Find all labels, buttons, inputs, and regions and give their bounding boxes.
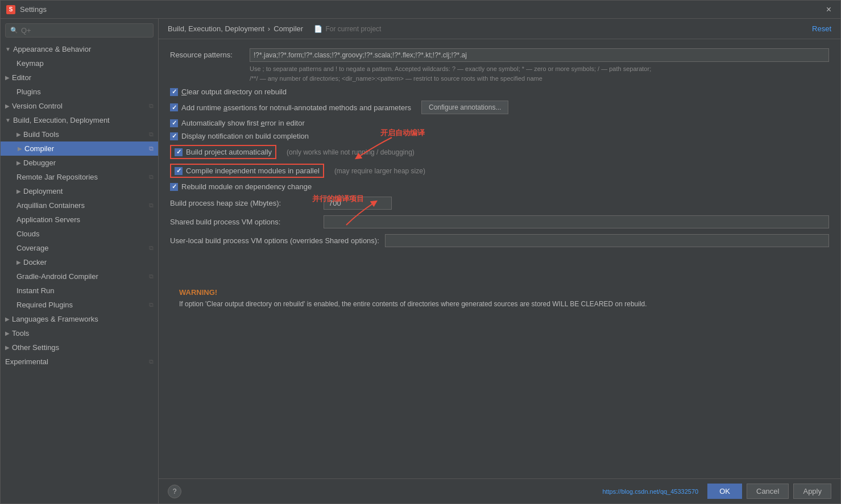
sidebar-item-editor[interactable]: ▶ Editor (1, 70, 158, 85)
expand-icon: ▶ (16, 160, 21, 166)
expand-icon: ▶ (5, 103, 10, 109)
checkbox-clear-output[interactable]: Clear output directory on rebuild (170, 88, 287, 96)
sidebar-item-appearance[interactable]: ▼ Appearance & Behavior (1, 42, 158, 56)
expand-icon: ▶ (18, 145, 22, 152)
expand-icon: ▶ (16, 188, 21, 194)
project-icon: 📄 (314, 25, 322, 33)
expand-icon: ▼ (5, 117, 11, 123)
right-panel: Build, Execution, Deployment › Compiler … (159, 19, 840, 503)
shared-vm-input[interactable] (324, 215, 829, 228)
sidebar-item-debugger[interactable]: ▶ Debugger (1, 156, 158, 170)
bottom-bar: ? https://blog.csdn.net/qq_45332570 OK C… (159, 478, 840, 503)
window-title: Settings (20, 5, 823, 14)
search-icon: 🔍 (10, 27, 18, 34)
checkbox-runtime-assertions-row: Add runtime assertions for notnull-annot… (170, 101, 829, 114)
copy-icon: ⧉ (149, 102, 154, 110)
user-vm-label: User-local build process VM options (ove… (170, 236, 379, 245)
copy-icon: ⧉ (149, 131, 154, 138)
sidebar-item-deployment[interactable]: ▶ Deployment (1, 184, 158, 198)
settings-window: S Settings × 🔍 ▼ Appearance & Behavior K… (0, 0, 841, 504)
help-button[interactable]: ? (168, 485, 181, 498)
ok-button[interactable]: OK (707, 484, 742, 499)
cb-runtime-assertions-label: Add runtime assertions for notnull-annot… (181, 103, 411, 112)
sidebar: 🔍 ▼ Appearance & Behavior Keymap ▶ Edito… (1, 19, 159, 503)
copy-icon: ⧉ (149, 358, 154, 365)
checkbox-show-first-error[interactable]: Automatically show first error in editor (170, 119, 305, 127)
cb-compile-parallel[interactable] (175, 167, 183, 175)
copy-icon: ⧉ (149, 173, 154, 181)
user-vm-input[interactable] (385, 234, 829, 247)
expand-icon: ▼ (5, 46, 11, 52)
cb-rebuild-dependency-label: Rebuild module on dependency change (181, 182, 312, 191)
configure-annotations-button[interactable]: Configure annotations... (421, 101, 508, 114)
resource-patterns-input[interactable] (250, 48, 829, 62)
sidebar-item-remote-jar[interactable]: Remote Jar Repositories ⧉ (1, 170, 158, 184)
cb-runtime-assertions[interactable] (170, 103, 178, 111)
expand-icon: ▶ (16, 131, 21, 138)
expand-icon: ▶ (5, 344, 10, 351)
heap-size-label: Build process heap size (Mbytes): (170, 199, 318, 207)
warning-title: WARNING! (179, 288, 820, 297)
cb-rebuild-dependency[interactable] (170, 183, 178, 191)
apply-button[interactable]: Apply (793, 484, 831, 499)
cb-display-notification[interactable] (170, 132, 178, 140)
search-input[interactable] (21, 26, 148, 35)
checkbox-clear-output-row: Clear output directory on rebuild (170, 88, 829, 96)
titlebar: S Settings × (1, 1, 840, 19)
sidebar-item-docker[interactable]: ▶ Docker (1, 255, 158, 269)
sidebar-item-coverage[interactable]: Coverage ⧉ (1, 241, 158, 255)
warning-box: WARNING! If option 'Clear output directo… (170, 281, 829, 316)
sidebar-item-version-control[interactable]: ▶ Version Control ⧉ (1, 99, 158, 113)
sidebar-item-gradle-android[interactable]: Gradle-Android Compiler ⧉ (1, 269, 158, 284)
cb-show-first-error[interactable] (170, 119, 178, 127)
breadcrumb-separator: › (268, 24, 270, 33)
resource-patterns-row: Resource patterns: Use ; to separate pat… (170, 48, 829, 83)
search-box[interactable]: 🔍 (5, 23, 154, 38)
sidebar-item-app-servers[interactable]: Application Servers (1, 213, 158, 227)
sidebar-item-arquillian[interactable]: Arquillian Containers ⧉ (1, 198, 158, 213)
cb-display-notification-label: Display notification on build completion (181, 132, 309, 140)
sidebar-item-clouds[interactable]: Clouds (1, 227, 158, 241)
copy-icon: ⧉ (149, 301, 154, 309)
sidebar-item-other-settings[interactable]: ▶ Other Settings (1, 340, 158, 355)
heap-size-row: Build process heap size (Mbytes): (170, 197, 829, 210)
checkbox-compile-parallel-row: Compile independent modules in parallel … (170, 164, 829, 178)
checkbox-display-notification[interactable]: Display notification on build completion (170, 132, 309, 140)
checkbox-rebuild-dependency[interactable]: Rebuild module on dependency change (170, 182, 312, 191)
compile-parallel-note: (may require larger heap size) (334, 167, 425, 175)
reset-button[interactable]: Reset (812, 24, 831, 33)
resource-hint: Use ; to separate patterns and ! to nega… (250, 64, 829, 83)
sidebar-item-keymap[interactable]: Keymap (1, 56, 158, 70)
warning-body: If option 'Clear output directory on reb… (179, 299, 820, 309)
expand-icon: ▶ (5, 330, 10, 336)
resource-patterns-label: Resource patterns: (170, 48, 244, 59)
sidebar-item-plugins[interactable]: Plugins (1, 85, 158, 99)
shared-vm-label: Shared build process VM options: (170, 218, 318, 226)
close-button[interactable]: × (823, 5, 835, 15)
sidebar-item-instant-run[interactable]: Instant Run (1, 284, 158, 298)
heap-size-input[interactable] (324, 197, 392, 210)
cb-build-auto[interactable] (175, 148, 183, 156)
sidebar-item-build-tools[interactable]: ▶ Build Tools ⧉ (1, 127, 158, 141)
copy-icon: ⧉ (149, 202, 154, 209)
sidebar-item-experimental[interactable]: Experimental ⧉ (1, 355, 158, 369)
sidebar-item-tools[interactable]: ▶ Tools (1, 326, 158, 340)
panel-body: Resource patterns: Use ; to separate pat… (159, 39, 840, 478)
app-icon: S (6, 5, 15, 14)
shared-vm-row: Shared build process VM options: (170, 215, 829, 228)
cancel-button[interactable]: Cancel (747, 484, 789, 499)
sidebar-item-compiler[interactable]: ▶ Compiler ⧉ (1, 141, 158, 156)
copy-icon: ⧉ (149, 273, 154, 280)
cb-build-auto-label: Build project automatically (186, 148, 272, 156)
checkbox-display-notification-row: Display notification on build completion (170, 132, 829, 140)
resource-input-wrap: Use ; to separate patterns and ! to nega… (250, 48, 829, 83)
for-project-label: 📄 For current project (314, 25, 381, 33)
cb-clear-output[interactable] (170, 88, 178, 96)
expand-icon: ▶ (5, 74, 10, 81)
checkbox-build-auto-row: Build project automatically (only works … (170, 145, 829, 159)
sidebar-item-build-execution[interactable]: ▼ Build, Execution, Deployment (1, 113, 158, 127)
sidebar-item-languages[interactable]: ▶ Languages & Frameworks (1, 312, 158, 326)
sidebar-item-required-plugins[interactable]: Required Plugins ⧉ (1, 298, 158, 312)
checkbox-runtime-assertions[interactable]: Add runtime assertions for notnull-annot… (170, 103, 411, 112)
checkbox-show-first-error-row: Automatically show first error in editor (170, 119, 829, 127)
